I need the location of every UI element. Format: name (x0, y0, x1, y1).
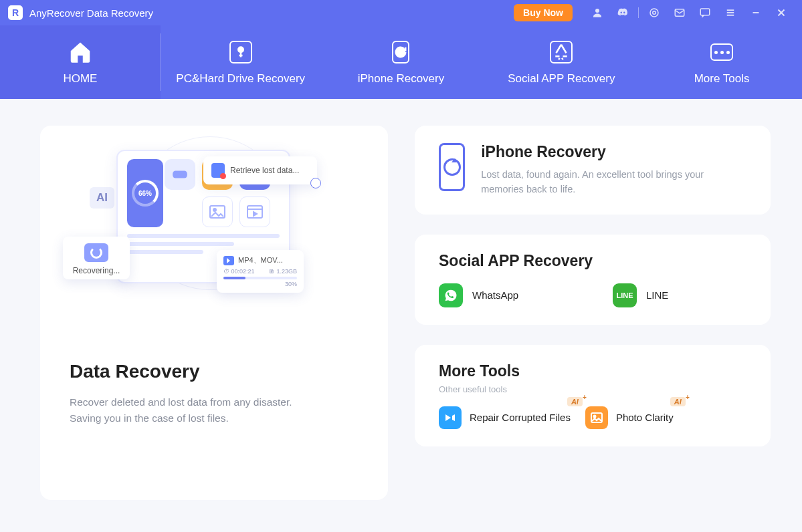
mail-icon[interactable] (672, 5, 687, 20)
iphone-recovery-card[interactable]: iPhone Recovery Lost data, found again. … (415, 126, 771, 215)
nav-more-tools[interactable]: More Tools (641, 25, 802, 99)
ai-badge-icon: AI (567, 397, 583, 406)
more-tools-sub: Other useful tools (439, 384, 746, 394)
account-icon[interactable] (590, 5, 605, 20)
whatsapp-label: WhatsApp (472, 289, 518, 301)
more-tools-title: More Tools (439, 362, 746, 380)
line-icon: LINE (613, 283, 637, 307)
close-icon[interactable] (774, 5, 789, 20)
line-label: LINE (646, 289, 668, 301)
video-progress-popup: MP4、MOV... ⏱ 00:02:21🗎 1.23GB 30% (217, 250, 304, 293)
video-icon (239, 196, 270, 227)
sync-icon (310, 178, 321, 188)
nav-iphone-recovery[interactable]: iPhone Recovery (321, 25, 482, 99)
phone-sync-icon (439, 143, 465, 191)
nav-iphone-label: iPhone Recovery (358, 72, 444, 86)
nav-more-label: More Tools (694, 72, 750, 86)
play-icon (223, 256, 234, 265)
svg-point-22 (593, 415, 595, 417)
buy-now-button[interactable]: Buy Now (514, 4, 573, 21)
recovering-popup: Recovering... (63, 237, 130, 279)
ai-badge: AI (90, 187, 114, 209)
app-title: AnyRecover Data Recovery (29, 7, 153, 19)
photo-clarity-item[interactable]: Photo Clarity AI (585, 406, 674, 429)
line-item[interactable]: LINE LINE (613, 283, 746, 307)
settings-gear-icon[interactable] (647, 5, 662, 20)
svg-rect-12 (173, 171, 187, 178)
nav-pc-label: PC&Hard Drive Recovery (176, 72, 305, 86)
retrieve-popup: Retrieve lost data... (203, 156, 317, 184)
app-logo-icon: R (8, 5, 23, 20)
nav-home[interactable]: HOME (0, 25, 161, 99)
svg-point-0 (595, 9, 599, 13)
phone-refresh-icon (387, 39, 414, 65)
data-recovery-illustration: AI 66% Retrieve lost data... (70, 143, 359, 337)
nav-social-label: Social APP Recovery (508, 72, 615, 86)
discord-icon[interactable] (615, 5, 630, 20)
minimize-icon[interactable] (748, 5, 763, 20)
main-nav: HOME PC&Hard Drive Recovery iPhone Recov… (0, 25, 802, 99)
content-area: AI 66% Retrieve lost data... (0, 99, 802, 532)
svg-point-1 (650, 9, 658, 17)
whatsapp-item[interactable]: WhatsApp (439, 283, 573, 307)
iphone-recovery-desc: Lost data, found again. An excellent too… (481, 168, 746, 197)
social-recovery-title: Social APP Recovery (439, 252, 746, 270)
play-tool-icon (439, 406, 462, 429)
nav-pc-recovery[interactable]: PC&Hard Drive Recovery (161, 25, 321, 99)
more-dots-icon (708, 39, 735, 65)
separator (638, 7, 639, 18)
ai-badge-icon: AI (670, 397, 686, 406)
iphone-recovery-title: iPhone Recovery (481, 143, 746, 161)
svg-point-11 (238, 47, 243, 53)
data-recovery-title: Data Recovery (70, 361, 359, 382)
monitor-key-icon (227, 39, 254, 65)
appstore-icon (548, 39, 575, 65)
file-alert-icon (211, 163, 225, 178)
picture-icon (202, 196, 233, 227)
more-tools-card: More Tools Other useful tools Repair Cor… (415, 345, 771, 446)
social-recovery-card: Social APP Recovery WhatsApp LINE LINE (415, 235, 771, 325)
spinner-icon (84, 243, 108, 262)
data-recovery-card[interactable]: AI 66% Retrieve lost data... (40, 126, 388, 500)
svg-rect-19 (247, 206, 262, 218)
nav-home-label: HOME (63, 72, 97, 86)
progress-gauge-icon: 66% (127, 159, 163, 227)
whatsapp-icon (439, 283, 463, 307)
home-icon (67, 39, 94, 65)
repair-files-item[interactable]: Repair Corrupted Files AI (439, 406, 571, 429)
drive-icon (165, 159, 195, 190)
svg-point-2 (653, 11, 656, 15)
photo-tool-icon (585, 406, 608, 429)
data-recovery-desc: Recover deleted and lost data from any d… (70, 394, 324, 426)
repair-files-label: Repair Corrupted Files (470, 412, 571, 423)
nav-social-recovery[interactable]: Social APP Recovery (481, 25, 641, 99)
title-bar: R AnyRecover Data Recovery Buy Now (0, 0, 802, 25)
photo-clarity-label: Photo Clarity (616, 412, 674, 423)
menu-icon[interactable] (723, 5, 738, 20)
svg-rect-4 (700, 9, 710, 15)
feedback-icon[interactable] (698, 5, 712, 20)
svg-point-18 (213, 209, 216, 211)
